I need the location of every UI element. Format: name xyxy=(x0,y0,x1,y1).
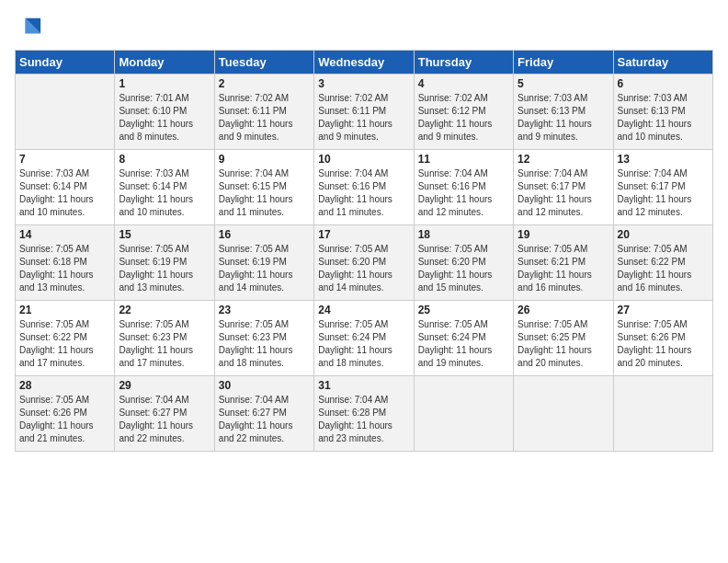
day-content: Sunrise: 7:05 AM Sunset: 6:25 PM Dayligh… xyxy=(518,318,609,370)
calendar-cell: 20Sunrise: 7:05 AM Sunset: 6:22 PM Dayli… xyxy=(613,225,712,301)
calendar-cell: 29Sunrise: 7:04 AM Sunset: 6:27 PM Dayli… xyxy=(115,376,214,452)
calendar-cell: 6Sunrise: 7:03 AM Sunset: 6:13 PM Daylig… xyxy=(613,75,712,150)
day-number: 3 xyxy=(318,77,409,90)
day-number: 21 xyxy=(19,304,110,316)
day-content: Sunrise: 7:01 AM Sunset: 6:10 PM Dayligh… xyxy=(119,92,210,144)
day-content: Sunrise: 7:04 AM Sunset: 6:28 PM Dayligh… xyxy=(318,394,409,445)
calendar-cell: 21Sunrise: 7:05 AM Sunset: 6:22 PM Dayli… xyxy=(16,301,115,376)
calendar-cell: 12Sunrise: 7:04 AM Sunset: 6:17 PM Dayli… xyxy=(514,150,613,225)
calendar-cell: 11Sunrise: 7:04 AM Sunset: 6:16 PM Dayli… xyxy=(414,150,513,225)
calendar-cell: 22Sunrise: 7:05 AM Sunset: 6:23 PM Dayli… xyxy=(115,301,214,376)
day-content: Sunrise: 7:05 AM Sunset: 6:20 PM Dayligh… xyxy=(318,243,409,294)
day-number: 15 xyxy=(119,228,210,241)
day-content: Sunrise: 7:05 AM Sunset: 6:19 PM Dayligh… xyxy=(119,243,210,294)
day-number: 23 xyxy=(219,304,310,316)
weekday-header-thursday: Thursday xyxy=(414,51,513,75)
calendar-cell: 16Sunrise: 7:05 AM Sunset: 6:19 PM Dayli… xyxy=(214,225,313,301)
day-content: Sunrise: 7:04 AM Sunset: 6:16 PM Dayligh… xyxy=(418,167,509,219)
calendar-cell: 23Sunrise: 7:05 AM Sunset: 6:23 PM Dayli… xyxy=(214,301,313,376)
day-content: Sunrise: 7:02 AM Sunset: 6:12 PM Dayligh… xyxy=(418,92,509,144)
day-content: Sunrise: 7:05 AM Sunset: 6:18 PM Dayligh… xyxy=(19,243,110,294)
weekday-header-wednesday: Wednesday xyxy=(314,51,414,75)
calendar-cell: 13Sunrise: 7:04 AM Sunset: 6:17 PM Dayli… xyxy=(613,150,712,225)
day-content: Sunrise: 7:05 AM Sunset: 6:20 PM Dayligh… xyxy=(418,243,509,294)
day-content: Sunrise: 7:03 AM Sunset: 6:13 PM Dayligh… xyxy=(518,92,609,144)
day-number: 29 xyxy=(119,379,210,392)
calendar-cell: 3Sunrise: 7:02 AM Sunset: 6:11 PM Daylig… xyxy=(314,75,414,150)
weekday-header-sunday: Sunday xyxy=(16,51,115,75)
calendar-week-row: 1Sunrise: 7:01 AM Sunset: 6:10 PM Daylig… xyxy=(16,75,713,150)
day-content: Sunrise: 7:04 AM Sunset: 6:15 PM Dayligh… xyxy=(219,167,310,219)
day-number: 28 xyxy=(19,379,110,392)
day-content: Sunrise: 7:05 AM Sunset: 6:23 PM Dayligh… xyxy=(119,318,210,370)
day-content: Sunrise: 7:04 AM Sunset: 6:17 PM Dayligh… xyxy=(618,167,709,219)
day-content: Sunrise: 7:05 AM Sunset: 6:22 PM Dayligh… xyxy=(19,318,110,370)
day-number: 19 xyxy=(518,228,609,241)
calendar-cell: 31Sunrise: 7:04 AM Sunset: 6:28 PM Dayli… xyxy=(314,376,414,452)
day-content: Sunrise: 7:03 AM Sunset: 6:14 PM Dayligh… xyxy=(19,167,110,219)
day-number: 16 xyxy=(219,228,310,241)
weekday-header-monday: Monday xyxy=(115,51,214,75)
day-number: 30 xyxy=(219,379,310,392)
weekday-header-friday: Friday xyxy=(514,51,613,75)
day-content: Sunrise: 7:05 AM Sunset: 6:26 PM Dayligh… xyxy=(618,318,709,370)
calendar-cell: 25Sunrise: 7:05 AM Sunset: 6:24 PM Dayli… xyxy=(414,301,513,376)
calendar-cell: 15Sunrise: 7:05 AM Sunset: 6:19 PM Dayli… xyxy=(115,225,214,301)
calendar-cell: 30Sunrise: 7:04 AM Sunset: 6:27 PM Dayli… xyxy=(214,376,313,452)
calendar-cell: 2Sunrise: 7:02 AM Sunset: 6:11 PM Daylig… xyxy=(214,75,313,150)
day-content: Sunrise: 7:05 AM Sunset: 6:22 PM Dayligh… xyxy=(618,243,709,294)
day-number: 2 xyxy=(219,77,310,90)
calendar-week-row: 14Sunrise: 7:05 AM Sunset: 6:18 PM Dayli… xyxy=(16,225,713,301)
day-number: 7 xyxy=(19,153,110,166)
calendar-cell: 18Sunrise: 7:05 AM Sunset: 6:20 PM Dayli… xyxy=(414,225,513,301)
calendar-cell: 27Sunrise: 7:05 AM Sunset: 6:26 PM Dayli… xyxy=(613,301,712,376)
calendar-table: SundayMondayTuesdayWednesdayThursdayFrid… xyxy=(15,50,713,452)
weekday-header-tuesday: Tuesday xyxy=(214,51,313,75)
day-number: 5 xyxy=(518,77,609,90)
day-number: 8 xyxy=(119,153,210,166)
day-number: 6 xyxy=(618,77,709,90)
calendar-cell: 17Sunrise: 7:05 AM Sunset: 6:20 PM Dayli… xyxy=(314,225,414,301)
day-number: 18 xyxy=(418,228,509,241)
calendar-cell: 26Sunrise: 7:05 AM Sunset: 6:25 PM Dayli… xyxy=(514,301,613,376)
calendar-cell: 28Sunrise: 7:05 AM Sunset: 6:26 PM Dayli… xyxy=(16,376,115,452)
day-content: Sunrise: 7:05 AM Sunset: 6:21 PM Dayligh… xyxy=(518,243,609,294)
day-content: Sunrise: 7:02 AM Sunset: 6:11 PM Dayligh… xyxy=(219,92,310,144)
day-number: 24 xyxy=(318,304,409,316)
day-number: 9 xyxy=(219,153,310,166)
day-number: 10 xyxy=(318,153,409,166)
calendar-cell: 4Sunrise: 7:02 AM Sunset: 6:12 PM Daylig… xyxy=(414,75,513,150)
day-content: Sunrise: 7:04 AM Sunset: 6:17 PM Dayligh… xyxy=(518,167,609,219)
day-number: 4 xyxy=(418,77,509,90)
day-content: Sunrise: 7:04 AM Sunset: 6:27 PM Dayligh… xyxy=(119,394,210,445)
day-content: Sunrise: 7:05 AM Sunset: 6:26 PM Dayligh… xyxy=(19,394,110,445)
day-number: 11 xyxy=(418,153,509,166)
day-content: Sunrise: 7:05 AM Sunset: 6:24 PM Dayligh… xyxy=(318,318,409,370)
day-content: Sunrise: 7:05 AM Sunset: 6:23 PM Dayligh… xyxy=(219,318,310,370)
calendar-cell: 1Sunrise: 7:01 AM Sunset: 6:10 PM Daylig… xyxy=(115,75,214,150)
calendar-header xyxy=(15,15,713,40)
day-number: 22 xyxy=(119,304,210,316)
day-content: Sunrise: 7:03 AM Sunset: 6:13 PM Dayligh… xyxy=(618,92,709,144)
weekday-header-row: SundayMondayTuesdayWednesdayThursdayFrid… xyxy=(16,51,713,75)
calendar-cell: 19Sunrise: 7:05 AM Sunset: 6:21 PM Dayli… xyxy=(514,225,613,301)
day-number: 12 xyxy=(518,153,609,166)
day-number: 27 xyxy=(618,304,709,316)
calendar-cell xyxy=(414,376,513,452)
calendar-cell: 8Sunrise: 7:03 AM Sunset: 6:14 PM Daylig… xyxy=(115,150,214,225)
day-content: Sunrise: 7:05 AM Sunset: 6:24 PM Dayligh… xyxy=(418,318,509,370)
calendar-thead: SundayMondayTuesdayWednesdayThursdayFrid… xyxy=(16,51,713,75)
calendar-cell: 14Sunrise: 7:05 AM Sunset: 6:18 PM Dayli… xyxy=(16,225,115,301)
day-number: 1 xyxy=(119,77,210,90)
day-number: 25 xyxy=(418,304,509,316)
calendar-cell: 9Sunrise: 7:04 AM Sunset: 6:15 PM Daylig… xyxy=(214,150,313,225)
calendar-week-row: 28Sunrise: 7:05 AM Sunset: 6:26 PM Dayli… xyxy=(16,376,713,452)
calendar-cell xyxy=(16,75,115,150)
calendar-week-row: 7Sunrise: 7:03 AM Sunset: 6:14 PM Daylig… xyxy=(16,150,713,225)
day-content: Sunrise: 7:04 AM Sunset: 6:16 PM Dayligh… xyxy=(318,167,409,219)
calendar-cell: 7Sunrise: 7:03 AM Sunset: 6:14 PM Daylig… xyxy=(16,150,115,225)
day-number: 26 xyxy=(518,304,609,316)
calendar-cell: 24Sunrise: 7:05 AM Sunset: 6:24 PM Dayli… xyxy=(314,301,414,376)
day-number: 31 xyxy=(318,379,409,392)
logo xyxy=(15,15,42,40)
